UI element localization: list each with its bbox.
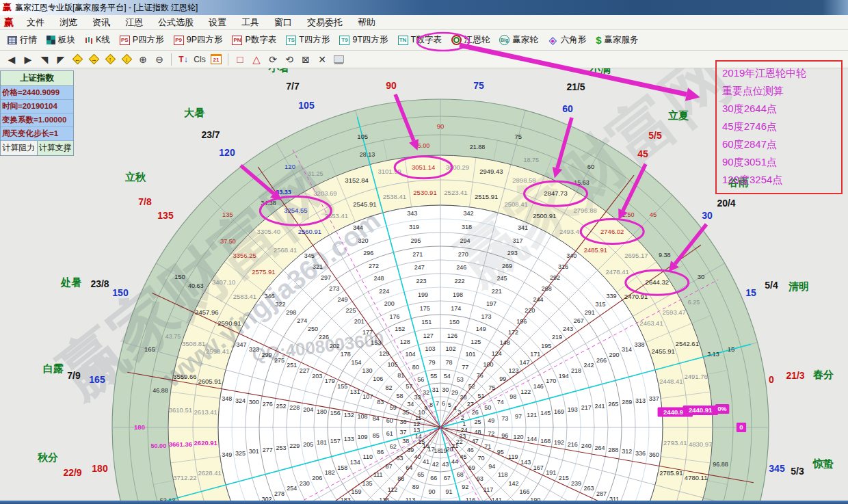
svg-text:177: 177 [362, 329, 373, 336]
solar-term-label: 白露 [43, 362, 64, 374]
wheel-outer-label: 7/7 [286, 81, 300, 92]
toolbar-item-9t-square[interactable]: T99T四方形 [334, 30, 393, 50]
wheel-outer-label: 7/8 [138, 196, 152, 207]
calc-resistance-button[interactable]: 计算阻力 [1, 141, 38, 155]
toolbar-item-p-square[interactable]: PSP四方形 [115, 30, 169, 50]
svg-text:99: 99 [499, 375, 506, 382]
tool-rotate-cw[interactable]: ⟳ [265, 52, 280, 67]
toolbar-item-quotes[interactable]: 行情 [3, 30, 42, 50]
svg-text:18.75: 18.75 [523, 157, 539, 163]
toolbar-item-kline[interactable]: K线 [80, 30, 115, 50]
menu-help[interactable]: 帮助 [350, 17, 383, 27]
menu-info[interactable]: 资讯 [85, 17, 118, 27]
tool-t-scale[interactable]: T↓ [176, 52, 191, 67]
tool-calendar[interactable]: 21 [209, 52, 224, 67]
menu-file[interactable]: 文件 [19, 17, 52, 27]
toolbar-item-label: 板块 [58, 34, 75, 46]
tool-pan-down[interactable]: ↓ [119, 52, 134, 67]
svg-text:152: 152 [395, 326, 405, 332]
svg-text:4830.97: 4830.97 [689, 440, 712, 448]
wheel-outer-label: 5/3 [791, 466, 804, 477]
toolbar-item-label: 行情 [20, 34, 37, 46]
toolbar-item-sectors[interactable]: 板块 [42, 30, 80, 50]
menu-window[interactable]: 窗口 [267, 17, 300, 27]
svg-text:239: 239 [571, 480, 581, 487]
tool-draw-triangle[interactable]: △ [249, 52, 264, 67]
svg-text:2746.02: 2746.02 [600, 228, 624, 235]
svg-text:49: 49 [488, 417, 494, 424]
svg-text:147: 147 [519, 359, 529, 366]
svg-text:122: 122 [520, 388, 531, 395]
tool-pan-left[interactable]: ← [70, 52, 85, 67]
svg-text:79: 79 [429, 359, 436, 366]
toolbar-item-t-number-table[interactable]: TNT数字表 [393, 30, 447, 50]
svg-text:3000.29: 3000.29 [446, 163, 469, 171]
tool-pointer-light[interactable]: ◤ [53, 52, 68, 67]
svg-text:0: 0 [739, 423, 743, 431]
svg-text:2493.41: 2493.41 [559, 228, 583, 235]
svg-text:36: 36 [399, 419, 406, 425]
menu-settings[interactable]: 设置 [201, 17, 234, 27]
svg-text:325: 325 [235, 450, 246, 457]
tool-pointer-dark[interactable]: ◥ [37, 52, 52, 67]
svg-text:300: 300 [249, 399, 259, 406]
menu-browse[interactable]: 浏览 [52, 17, 85, 27]
svg-text:2500.91: 2500.91 [533, 212, 556, 220]
tool-rotate-ccw[interactable]: ⟲ [282, 52, 297, 67]
tool-zoom-in[interactable]: ⊕ [135, 52, 150, 67]
svg-text:277: 277 [263, 447, 273, 453]
svg-text:125: 125 [471, 339, 481, 345]
tool-nav-prev[interactable]: ◀ [4, 52, 19, 67]
annotation-line: 90度3051点 [722, 153, 836, 171]
toolbar-item-t-square[interactable]: TST四方形 [281, 30, 334, 50]
svg-text:2440.91: 2440.91 [689, 406, 713, 414]
tool-pan-up[interactable]: ↑ [103, 52, 118, 67]
tool-screen[interactable] [331, 52, 346, 67]
svg-text:301: 301 [249, 448, 259, 455]
tool-nav-next[interactable]: ▶ [21, 52, 36, 67]
tool-fit[interactable]: ✕ [315, 52, 330, 67]
svg-text:216: 216 [568, 441, 578, 448]
side-panel-row: 价格=2440.9099 [1, 86, 73, 100]
tool-cls[interactable]: Cls [192, 52, 207, 67]
svg-text:86: 86 [377, 449, 384, 455]
t-scale-icon: T↓ [178, 55, 187, 64]
menu-trade-entrust[interactable]: 交易委托 [300, 17, 350, 27]
svg-text:296: 296 [363, 250, 373, 256]
menu-formula-stock-pick[interactable]: 公式选股 [150, 17, 201, 27]
svg-text:2553.41: 2553.41 [325, 212, 348, 220]
solar-term-label: 处暑 [60, 276, 81, 288]
svg-text:103: 103 [425, 345, 435, 352]
svg-text:157: 157 [330, 438, 341, 445]
tool-draw-square[interactable]: □ [233, 52, 248, 67]
toolbar-item-winner-service[interactable]: $赢家服务 [591, 30, 643, 50]
parameter-panel: 上证指数 价格=2440.9099时间=20190104变换系数=1.00000… [0, 70, 74, 156]
tool-zoom-out[interactable]: ⊖ [152, 52, 167, 67]
menu-tools[interactable]: 工具 [234, 17, 267, 27]
toolbar-item-9p-square[interactable]: P99P四方形 [169, 30, 228, 50]
instrument-name: 上证指数 [1, 71, 73, 86]
svg-text:31: 31 [432, 386, 439, 393]
svg-text:44: 44 [451, 458, 458, 465]
svg-text:229: 229 [289, 442, 300, 449]
svg-text:118: 118 [498, 471, 507, 478]
toolbar-item-winner-wheel[interactable]: Big赢家轮 [494, 30, 543, 50]
wheel-outer-label: 45 [637, 148, 648, 159]
svg-text:46: 46 [467, 447, 474, 453]
toolbar-item-gann-wheel[interactable]: 江恩轮 [447, 30, 495, 50]
menu-gann[interactable]: 江恩 [118, 17, 150, 27]
toolbar-item-hexagon[interactable]: ◇◆六角形 [543, 30, 592, 50]
wheel-outer-label: 120 [219, 147, 235, 158]
toolbar-item-p-number-table[interactable]: PNP数字表 [227, 30, 281, 50]
wheel-outer-label: 5/4 [765, 280, 778, 291]
svg-text:43: 43 [442, 461, 449, 468]
svg-text:271: 271 [412, 251, 423, 258]
annotation-line: 60度2847点 [722, 135, 836, 153]
tool-box-x[interactable]: ⊠ [298, 52, 313, 67]
svg-text:33: 33 [414, 394, 421, 401]
tool-pan-right[interactable]: → [86, 52, 101, 67]
calc-support-button[interactable]: 计算支撑 [38, 141, 74, 155]
svg-text:341: 341 [518, 224, 528, 231]
svg-text:62: 62 [390, 443, 397, 450]
svg-text:159: 159 [352, 488, 362, 495]
